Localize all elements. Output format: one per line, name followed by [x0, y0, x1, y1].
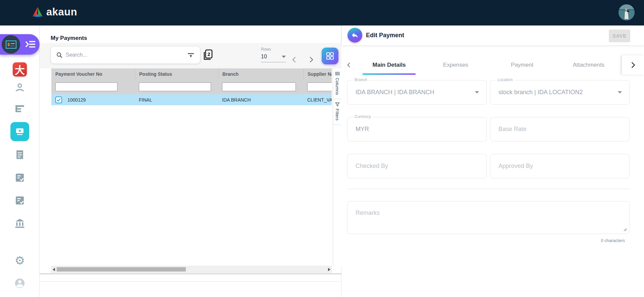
tab-expenses[interactable]: Expenses — [422, 55, 489, 75]
select-underline — [261, 62, 286, 62]
duplicate-pages-icon[interactable]: 2 — [203, 49, 213, 60]
scrollbar-thumb[interactable] — [57, 267, 186, 272]
column-header-payment-voucher-no[interactable]: Payment Voucher No — [51, 68, 135, 79]
search-input[interactable] — [66, 52, 184, 58]
filters-label: Filters — [335, 109, 340, 124]
next-page-button[interactable] — [307, 56, 315, 64]
cell-supplier-name: CLIENT_VAL — [303, 94, 332, 105]
task-check-icon — [14, 195, 25, 206]
gear-icon: ⚙ — [15, 255, 25, 266]
grid-view-button[interactable] — [322, 48, 338, 64]
remarks-field — [347, 201, 630, 234]
table-bottom-border — [40, 274, 341, 274]
columns-icon — [335, 71, 340, 76]
remarks-textarea[interactable] — [347, 201, 630, 234]
filter-input-branch[interactable] — [222, 82, 296, 91]
approved-by-input[interactable] — [490, 154, 629, 178]
akaun-logo: akaun — [32, 6, 77, 18]
sidebar-item-settings[interactable]: ⚙ — [0, 255, 40, 266]
scroll-right-arrow[interactable] — [328, 268, 330, 271]
location-value: stock branch | IDA LOCATION2 — [498, 80, 583, 104]
chevron-left-icon — [345, 62, 352, 68]
filter-input-posting-status[interactable] — [139, 82, 211, 91]
filters-icon — [335, 102, 340, 107]
column-header-posting-status[interactable]: Posting Status — [135, 68, 218, 79]
red-app-icon: 大 — [13, 62, 27, 76]
detail-tabs: Main Details Expenses Payment Attachment… — [342, 55, 644, 75]
branch-select[interactable]: Branch IDA BRANCH | IDA BRANCH — [347, 80, 487, 105]
base-rate-input[interactable] — [490, 117, 629, 141]
payments-table: Payment Voucher No Posting Status Branch… — [51, 68, 332, 105]
svg-text:$: $ — [7, 42, 10, 47]
tabs-scroll-right[interactable] — [622, 55, 644, 75]
sidebar: $ 大 — [0, 25, 40, 297]
panel-bottom-border — [40, 281, 341, 282]
filter-input-supplier-name[interactable] — [307, 82, 332, 91]
back-button[interactable] — [347, 28, 362, 43]
cell-voucher-no: 1000129 — [67, 97, 86, 103]
bank-icon — [14, 218, 25, 229]
chevron-down-icon — [618, 91, 622, 94]
task-check-icon — [14, 172, 25, 183]
rows-label: Rows — [261, 47, 286, 52]
search-bar — [51, 46, 200, 64]
edit-payment-panel: Edit Payment SAVE Main Details Expenses … — [342, 25, 644, 297]
chevron-down-icon — [475, 91, 479, 94]
checked-by-field — [347, 154, 487, 178]
topbar: akaun — [0, 0, 644, 25]
grid-icon — [326, 52, 334, 60]
detail-title: Edit Payment — [366, 32, 404, 39]
sidebar-item-red-app[interactable]: 大 — [0, 62, 40, 76]
tab-attachments[interactable]: Attachments — [555, 55, 622, 75]
checked-by-input[interactable] — [347, 154, 486, 178]
person-icon — [14, 82, 25, 93]
ledger-icon — [14, 104, 25, 113]
sidebar-item-contacts[interactable] — [0, 82, 40, 93]
tabs-scroll-left[interactable] — [342, 62, 356, 68]
location-select[interactable]: Location stock branch | IDA LOCATION2 — [490, 80, 630, 105]
rows-per-page-select[interactable]: Rows 10 — [261, 47, 286, 62]
main-details-form: Branch IDA BRANCH | IDA BRANCH Location … — [342, 75, 644, 297]
currency-field[interactable]: Currency MYR — [347, 117, 487, 141]
filter-input-payment-voucher-no[interactable] — [55, 82, 117, 91]
sidebar-item-approval-list-2[interactable] — [0, 195, 40, 206]
row-checkbox[interactable] — [55, 97, 62, 103]
search-icon — [56, 52, 62, 58]
horizontal-scrollbar[interactable] — [51, 266, 332, 273]
sidebar-item-ledger[interactable] — [0, 104, 40, 113]
columns-toggle[interactable]: Columns — [333, 68, 341, 99]
filters-toggle[interactable]: Filters — [333, 99, 341, 125]
detail-header: Edit Payment SAVE — [342, 25, 644, 45]
table-row[interactable]: 1000129 FINAL IDA BRANCH CLIENT_VAL — [51, 94, 332, 105]
tab-main-details[interactable]: Main Details — [356, 55, 422, 75]
table-header-row: Payment Voucher No Posting Status Branch… — [51, 68, 332, 79]
avatar-photo — [619, 4, 635, 20]
branch-value: IDA BRANCH | IDA BRANCH — [356, 80, 434, 104]
currency-value: MYR — [356, 117, 369, 141]
cheque-icon: $ — [5, 40, 17, 49]
cell-branch: IDA BRANCH — [218, 94, 303, 105]
sidebar-item-bank[interactable] — [0, 218, 40, 229]
svg-text:2: 2 — [208, 51, 210, 57]
scroll-left-arrow[interactable] — [53, 268, 55, 271]
form-divider — [347, 189, 630, 189]
expand-menu-icon[interactable] — [25, 40, 36, 49]
chevron-down-icon — [282, 56, 286, 58]
column-header-supplier-name[interactable]: Supplier Na — [303, 68, 332, 79]
sidebar-item-profile[interactable] — [0, 278, 40, 289]
save-button[interactable]: SAVE — [609, 29, 630, 42]
tab-payment[interactable]: Payment — [489, 55, 555, 75]
cheque-module-button[interactable]: $ — [2, 35, 20, 54]
user-avatar[interactable] — [619, 4, 635, 20]
app-window: akaun $ — [0, 0, 644, 297]
my-payments-panel: My Payments 2 Rows 10 — [40, 25, 341, 297]
sidebar-item-approval-list[interactable] — [0, 172, 40, 183]
previous-page-button[interactable] — [290, 56, 298, 64]
tab-list: Main Details Expenses Payment Attachment… — [356, 55, 622, 75]
active-module-pill[interactable]: $ — [0, 34, 40, 55]
sidebar-item-payment-voucher[interactable] — [0, 122, 40, 141]
filter-icon[interactable] — [187, 52, 195, 58]
column-header-branch[interactable]: Branch — [218, 68, 303, 79]
sidebar-item-receipt[interactable] — [0, 150, 40, 160]
receipt-icon — [15, 150, 25, 160]
